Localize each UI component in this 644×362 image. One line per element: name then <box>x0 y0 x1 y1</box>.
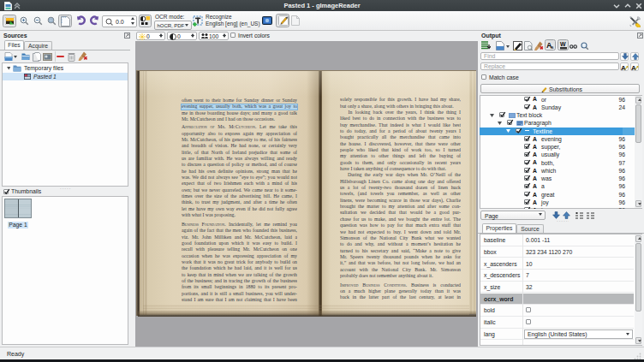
svg-text:W: W <box>560 41 566 47</box>
svg-text:a: a <box>551 45 554 50</box>
svg-text:A: A <box>631 63 636 71</box>
svg-text:A: A <box>621 63 626 71</box>
